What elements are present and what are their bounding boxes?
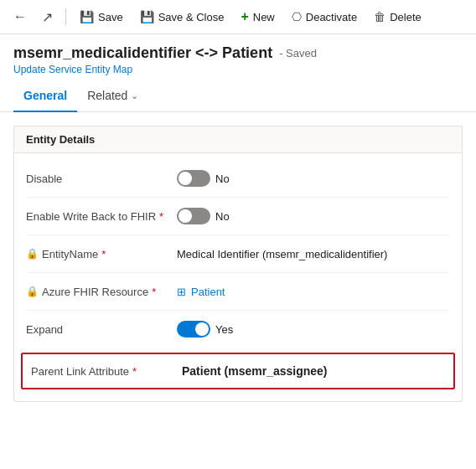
- entity-name-value: Medical Identifier (msemr_medicalidentif…: [177, 248, 387, 260]
- saved-badge: - Saved: [279, 47, 317, 59]
- tab-general[interactable]: General: [13, 82, 77, 112]
- delete-button[interactable]: 🗑 Delete: [367, 7, 428, 27]
- back-button[interactable]: ←: [8, 5, 32, 28]
- azure-fhir-value: ⊞ Patient: [177, 286, 225, 298]
- enable-write-back-text: No: [215, 210, 230, 223]
- section-title: Entity Details: [26, 133, 95, 146]
- deactivate-button[interactable]: ⎔ Deactivate: [285, 7, 364, 27]
- disable-toggle-slider: [177, 170, 210, 187]
- toolbar: ← ↗ 💾 Save 💾 Save & Close + New ⎔ Deacti…: [0, 0, 476, 34]
- disable-value: No: [177, 170, 230, 187]
- new-button[interactable]: + New: [234, 6, 281, 28]
- tabs-container: General Related ⌄: [0, 82, 476, 112]
- title-text: msemr_medicalidentifier <-> Patient: [13, 44, 272, 62]
- entity-icon: ⊞: [177, 286, 186, 298]
- patient-link-text: Patient: [191, 286, 225, 298]
- delete-label: Delete: [390, 11, 422, 23]
- required-indicator: *: [132, 365, 137, 378]
- save-close-label: Save & Close: [158, 11, 225, 23]
- expand-row: Expand Yes: [14, 311, 462, 348]
- delete-icon: 🗑: [374, 10, 385, 23]
- azure-fhir-label: 🔒 Azure FHIR Resource *: [26, 286, 177, 298]
- expand-slider: [177, 321, 210, 338]
- required-indicator: *: [101, 248, 106, 260]
- disable-label: Disable: [26, 173, 177, 185]
- page-title: msemr_medicalidentifier <-> Patient - Sa…: [13, 44, 463, 62]
- save-label: Save: [98, 11, 123, 23]
- parent-link-value: Patient (msemr_assignee): [182, 364, 328, 378]
- disable-toggle[interactable]: [177, 170, 210, 187]
- page-header: msemr_medicalidentifier <-> Patient - Sa…: [0, 34, 476, 75]
- tab-general-label: General: [23, 89, 67, 102]
- enable-write-back-row: Enable Write Back to FHIR * No: [14, 198, 462, 234]
- lock-icon: 🔒: [26, 248, 39, 260]
- required-indicator: *: [152, 286, 156, 298]
- disable-text: No: [215, 173, 230, 185]
- entity-name-label: 🔒 EntityName *: [26, 248, 177, 260]
- enable-write-back-value: No: [177, 208, 230, 224]
- disable-row: Disable No: [14, 160, 462, 197]
- enable-write-back-toggle[interactable]: [177, 208, 210, 224]
- deactivate-icon: ⎔: [292, 10, 302, 23]
- save-icon: 💾: [80, 10, 94, 23]
- entity-name-row: 🔒 EntityName * Medical Identifier (msemr…: [14, 235, 462, 272]
- parent-link-text: Patient (msemr_assignee): [182, 364, 328, 378]
- chevron-down-icon: ⌄: [131, 90, 138, 101]
- expand-label: Expand: [26, 323, 177, 336]
- expand-value: Yes: [177, 321, 233, 338]
- required-indicator: *: [159, 210, 163, 223]
- lock-icon-fhir: 🔒: [26, 286, 39, 297]
- azure-fhir-row: 🔒 Azure FHIR Resource * ⊞ Patient: [14, 273, 462, 310]
- patient-link[interactable]: Patient: [191, 286, 225, 298]
- toolbar-separator: [65, 8, 66, 25]
- entity-name-text: Medical Identifier (msemr_medicalidentif…: [177, 248, 387, 260]
- parent-link-row: Parent Link Attribute * Patient (msemr_a…: [21, 353, 455, 389]
- tab-related[interactable]: Related ⌄: [77, 82, 148, 112]
- new-label: New: [253, 11, 275, 23]
- enable-write-back-slider: [177, 208, 210, 224]
- form-body: Disable No Enable Write Back to FHIR *: [14, 153, 462, 401]
- deactivate-label: Deactivate: [306, 11, 357, 23]
- share-button[interactable]: ↗: [35, 5, 59, 28]
- expand-text: Yes: [215, 323, 233, 336]
- enable-write-back-label: Enable Write Back to FHIR *: [26, 210, 177, 223]
- page-subtitle: Update Service Entity Map: [13, 64, 463, 75]
- new-icon: +: [241, 9, 248, 24]
- expand-toggle[interactable]: [177, 321, 210, 338]
- save-close-icon: 💾: [140, 10, 154, 23]
- tab-related-label: Related: [87, 89, 127, 102]
- section-header: Entity Details: [14, 126, 462, 153]
- entity-details-section: Entity Details Disable No: [13, 126, 463, 402]
- main-content: Entity Details Disable No: [0, 112, 476, 415]
- parent-link-label: Parent Link Attribute *: [31, 365, 182, 378]
- save-close-button[interactable]: 💾 Save & Close: [133, 7, 231, 27]
- save-button[interactable]: 💾 Save: [73, 7, 130, 27]
